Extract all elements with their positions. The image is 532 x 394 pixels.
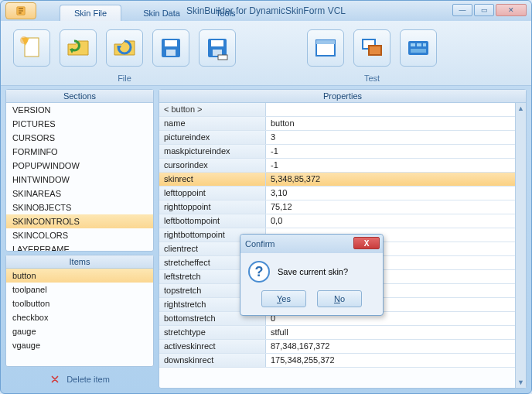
property-name: maskpictureindex — [159, 145, 266, 158]
test-window-button[interactable] — [307, 29, 344, 67]
list-item[interactable]: toolbutton — [6, 296, 153, 310]
list-item[interactable]: checkbox — [6, 310, 153, 324]
test-panel-button[interactable] — [400, 29, 437, 67]
property-row[interactable]: maskpictureindex-1 — [159, 145, 515, 159]
list-item[interactable]: toolpanel — [6, 283, 153, 296]
control-panel-icon — [405, 35, 431, 61]
section-item[interactable]: SKINCOLORS — [6, 228, 153, 242]
property-row[interactable]: skinrect5,348,85,372 — [159, 173, 515, 187]
section-item[interactable]: SKINOBJECTS — [6, 200, 153, 214]
properties-header: Properties — [159, 90, 526, 103]
svg-rect-12 — [218, 55, 227, 60]
close-button[interactable]: ✕ — [496, 4, 527, 16]
minimize-button[interactable]: — — [452, 4, 472, 16]
test-cascade-button[interactable] — [353, 29, 390, 67]
items-panel: Items buttontoolpaneltoolbuttoncheckboxg… — [5, 255, 154, 367]
property-name: downskinrect — [159, 354, 266, 367]
yes-button[interactable]: Yes — [261, 290, 306, 307]
property-name: skinrect — [159, 173, 266, 186]
ribbon: File Test — [1, 21, 531, 86]
section-item[interactable]: POPUPWINDOW — [6, 159, 153, 173]
maximize-button[interactable]: ▭ — [474, 4, 494, 16]
svg-rect-7 — [165, 40, 177, 46]
items-header: Items — [6, 255, 153, 269]
property-value[interactable]: 75,12 — [266, 200, 515, 214]
property-value[interactable]: 87,348,167,372 — [266, 340, 515, 353]
section-item[interactable]: SKINCONTROLS — [6, 214, 153, 228]
window-title: SkinBuilder for DynamicSkinForm VCL — [186, 5, 346, 16]
section-item[interactable]: LAYERFRAME — [6, 242, 153, 251]
section-item[interactable]: CURSORS — [6, 131, 153, 145]
tab-skin-file[interactable]: Skin File — [60, 5, 121, 21]
property-value[interactable]: 5,348,85,372 — [266, 173, 515, 186]
app-menu-button[interactable] — [5, 2, 36, 19]
property-row[interactable]: cursorindex-1 — [159, 159, 515, 173]
dialog-close-button[interactable]: X — [353, 237, 380, 249]
save-as-button[interactable] — [199, 29, 236, 67]
items-list[interactable]: buttontoolpaneltoolbuttoncheckboxgaugevg… — [6, 269, 153, 366]
property-value[interactable]: button — [266, 117, 515, 130]
open-button[interactable] — [60, 29, 97, 67]
property-name: leftbottompoint — [159, 214, 266, 228]
sections-list[interactable]: VERSIONPICTURESCURSORSFORMINFOPOPUPWINDO… — [6, 103, 153, 251]
svg-rect-20 — [423, 43, 426, 46]
left-column: Sections VERSIONPICTURESCURSORSFORMINFOP… — [5, 89, 154, 389]
property-row[interactable]: activeskinrect87,348,167,372 — [159, 340, 515, 354]
property-name: lefttoppoint — [159, 187, 266, 200]
property-row[interactable]: leftbottompoint0,0 — [159, 214, 515, 228]
property-group-val — [266, 103, 515, 116]
property-value[interactable]: stfull — [266, 326, 515, 339]
delete-item-button[interactable]: Delete item — [5, 370, 154, 389]
property-value[interactable]: -1 — [266, 145, 515, 158]
section-item[interactable]: SKINAREAS — [6, 187, 153, 200]
tab-skin-data[interactable]: Skin Data — [129, 5, 194, 21]
property-row[interactable]: pictureindex3 — [159, 131, 515, 145]
svg-rect-17 — [408, 41, 428, 55]
scroll-up-icon: ▲ — [517, 104, 524, 112]
main-window: Skin File Skin Data Tools SkinBuilder fo… — [0, 0, 532, 394]
list-item[interactable]: button — [6, 269, 153, 283]
property-row[interactable]: stretchtypestfull — [159, 326, 515, 340]
new-button[interactable] — [13, 29, 50, 67]
section-item[interactable]: VERSION — [6, 103, 153, 117]
property-row[interactable]: righttoppoint75,12 — [159, 200, 515, 214]
save-icon — [158, 35, 184, 61]
svg-rect-18 — [411, 43, 415, 46]
property-value[interactable]: 175,348,255,372 — [266, 354, 515, 367]
windows-cascade-icon — [359, 35, 385, 61]
property-row[interactable]: namebutton — [159, 117, 515, 131]
property-row[interactable]: downskinrect175,348,255,372 — [159, 354, 515, 368]
titlebar: Skin File Skin Data Tools SkinBuilder fo… — [1, 1, 531, 21]
reload-button[interactable] — [106, 29, 143, 67]
property-group: < button > — [159, 103, 266, 116]
no-button[interactable]: No — [317, 290, 362, 307]
confirm-dialog: Confirm X ? Save current skin? Yes No — [240, 234, 384, 316]
section-item[interactable]: FORMINFO — [6, 145, 153, 159]
list-item[interactable]: gauge — [6, 324, 153, 338]
folder-recycle-icon — [111, 35, 138, 61]
section-item[interactable]: PICTURES — [6, 117, 153, 131]
property-name: stretchtype — [159, 326, 266, 339]
property-value[interactable]: 3,10 — [266, 187, 515, 200]
window-blank-icon — [312, 35, 339, 61]
property-value[interactable]: 3 — [266, 131, 515, 144]
delete-item-label: Delete item — [66, 375, 110, 384]
svg-rect-10 — [211, 40, 223, 46]
property-row[interactable]: lefttoppoint3,10 — [159, 187, 515, 200]
ribbon-group-file-label: File — [118, 74, 131, 83]
window-buttons: — ▭ ✕ — [452, 4, 527, 16]
section-item[interactable]: HINTWINDOW — [6, 173, 153, 187]
property-name: righttoppoint — [159, 200, 266, 214]
property-name: cursorindex — [159, 159, 266, 172]
property-value[interactable]: -1 — [266, 159, 515, 172]
list-item[interactable]: vgauge — [6, 338, 153, 352]
svg-rect-14 — [316, 40, 335, 44]
svg-point-3 — [20, 36, 28, 44]
properties-scrollbar[interactable]: ▲ ▼ — [515, 103, 526, 388]
sections-header: Sections — [6, 90, 153, 103]
svg-rect-21 — [411, 49, 426, 53]
ribbon-group-file: File — [9, 24, 240, 85]
property-value[interactable]: 0,0 — [266, 214, 515, 228]
save-button[interactable] — [152, 29, 189, 67]
dialog-titlebar[interactable]: Confirm X — [240, 235, 383, 253]
